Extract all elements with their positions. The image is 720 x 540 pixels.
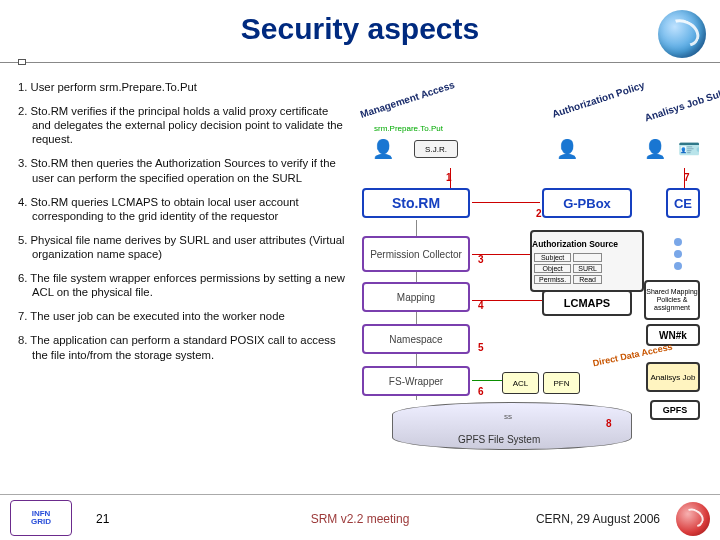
step-number-4: 4 — [478, 300, 484, 311]
slide: Security aspects 1. User perform srm.Pre… — [0, 0, 720, 540]
continuation-dots-icon — [674, 238, 682, 270]
step-8: 8. The application can perform a standar… — [18, 333, 348, 361]
step-6: 6. The file system wrapper enforces perm… — [18, 271, 348, 299]
step-number-6: 6 — [478, 386, 484, 397]
authsrc-r2c0: Permiss. — [534, 275, 571, 284]
step-number-5: 5 — [478, 342, 484, 353]
ce-box: CE — [666, 188, 700, 218]
arrow-2 — [472, 202, 540, 203]
authsrc-table: Subject ObjectSURL Permiss.Read — [532, 251, 604, 286]
col-header-mgmt: Management Access — [359, 79, 456, 120]
step-5: 5. Physical file name derives by SURL an… — [18, 233, 348, 261]
lcmaps-box: LCMAPS — [542, 290, 632, 316]
acl-pfn-pair: ACL PFN — [502, 372, 580, 394]
mapping-box: Mapping — [362, 282, 470, 312]
swirl-logo-blue — [658, 10, 706, 58]
rule-accent — [18, 59, 26, 65]
authsrc-r0c0: Subject — [534, 253, 571, 262]
step-number-2: 2 — [536, 208, 542, 219]
ss-label: ss — [504, 412, 512, 421]
authsrc-r2c1: Read — [573, 275, 602, 284]
acl-tag: ACL — [502, 372, 539, 394]
step-7: 7. The user job can be executed into the… — [18, 309, 348, 323]
job-user-icon: 👤 — [638, 138, 672, 168]
step-number-3: 3 — [478, 254, 484, 265]
user-icon: 👤 — [366, 138, 400, 168]
gpfs-fs-label: GPFS File System — [458, 434, 540, 445]
title-rule — [0, 62, 720, 63]
footer-right: CERN, 29 August 2006 — [536, 512, 660, 526]
step-4: 4. Sto.RM queries LCMAPS to obtain local… — [18, 195, 348, 223]
authsrc-title: Authorization Source — [532, 239, 618, 249]
step-number-8: 8 — [606, 418, 612, 429]
shared-mapping-box: Shared Mapping Policies & assignment — [644, 280, 700, 320]
pfn-tag: PFN — [543, 372, 580, 394]
sjr-box: S.J.R. — [414, 140, 458, 158]
gpfs-box: GPFS — [650, 400, 700, 420]
steps-list: 1. User perform srm.Prepare.To.Put 2. St… — [18, 80, 348, 372]
step-2: 2. Sto.RM verifies if the principal hold… — [18, 104, 348, 146]
fs-wrapper-box: FS-Wrapper — [362, 366, 470, 396]
page-title: Security aspects — [0, 12, 720, 46]
namespace-box: Namespace — [362, 324, 470, 354]
gpbox-box: G-PBox — [542, 188, 632, 218]
authsrc-r1c1: SURL — [573, 264, 602, 273]
authsrc-r1c0: Object — [534, 264, 571, 273]
slide-footer: INFN GRID 21 SRM v2.2 meeting CERN, 29 A… — [0, 494, 720, 540]
storm-box: Sto.RM — [362, 188, 470, 218]
permission-collector-box: Permission Collector — [362, 236, 470, 272]
architecture-diagram: Management Access Authorization Policy A… — [354, 80, 704, 480]
analysis-job-box: Analisys Job — [646, 362, 700, 392]
authsrc-r0c1 — [573, 253, 602, 262]
authorization-source-box: Authorization Source Subject ObjectSURL … — [530, 230, 644, 292]
auth-user-icon: 👤 — [550, 138, 584, 168]
id-card-icon: 🪪 — [672, 138, 706, 168]
col-header-job: Analisys Job Submission — [643, 76, 720, 124]
step-3: 3. Sto.RM then queries the Authorization… — [18, 156, 348, 184]
step-number-1: 1 — [446, 172, 452, 183]
step-1: 1. User perform srm.Prepare.To.Put — [18, 80, 348, 94]
step-number-7: 7 — [684, 172, 690, 183]
worker-node-box: WN#k — [646, 324, 700, 346]
prepare-label: srm.Prepare.To.Put — [374, 124, 443, 133]
swirl-logo-red — [676, 502, 710, 536]
col-header-auth: Authorization Policy — [551, 79, 646, 119]
arrow-6 — [472, 380, 502, 381]
